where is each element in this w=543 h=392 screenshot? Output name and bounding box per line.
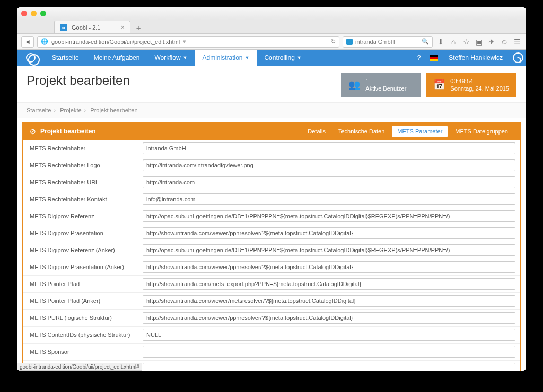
brand-icon[interactable] bbox=[510, 50, 526, 66]
field-input[interactable] bbox=[143, 159, 515, 171]
edit-panel: ⊘ Projekt bearbeiten Details Technische … bbox=[22, 122, 521, 371]
close-tab-icon[interactable]: × bbox=[120, 23, 125, 31]
field-input[interactable] bbox=[143, 363, 515, 371]
panel-header: ⊘ Projekt bearbeiten Details Technische … bbox=[23, 122, 520, 140]
flag-de-icon bbox=[430, 55, 438, 61]
crumb-startseite[interactable]: Startseite bbox=[27, 107, 51, 113]
form-row: METS Pointer Pfad (Anker) bbox=[23, 293, 520, 310]
status-bar: goobi-intranda-edition/Goobi/uii/project… bbox=[17, 363, 142, 371]
field-label: METS Rechteinhaber Kontakt bbox=[23, 193, 143, 206]
field-input[interactable] bbox=[143, 312, 515, 324]
info-datetime: 📅 00:49:54Sonntag, 24. Mai 2015 bbox=[426, 73, 516, 97]
form-row: METS Rechteinhaber Logo bbox=[23, 157, 520, 174]
form-row: METS Digiprov Präsentation (Anker) bbox=[23, 259, 520, 276]
field-input[interactable] bbox=[143, 346, 515, 358]
close-window-icon[interactable] bbox=[21, 11, 27, 16]
browser-window: ∞ Goobi - 2.1 × + ◄ 🌐 goobi-intranda-edi… bbox=[17, 7, 526, 371]
field-input[interactable] bbox=[143, 142, 515, 154]
form-fields: METS RechteinhaberMETS Rechteinhaber Log… bbox=[23, 140, 520, 371]
nav-meine-aufgaben[interactable]: Meine Aufgaben bbox=[86, 50, 147, 66]
field-label: METS Digiprov Präsentation (Anker) bbox=[23, 261, 143, 273]
help-button[interactable]: ? bbox=[411, 50, 426, 66]
user-menu[interactable]: Steffen Hankiewicz bbox=[441, 50, 510, 66]
tab-mets-dateigruppen[interactable]: METS Dateigruppen bbox=[450, 126, 513, 137]
field-input[interactable] bbox=[143, 244, 515, 256]
field-label: METS Digiprov Referenz (Anker) bbox=[23, 244, 143, 256]
field-input[interactable] bbox=[143, 193, 515, 205]
crumb-current: Projekt bearbeiten bbox=[90, 107, 137, 113]
url-bar[interactable]: 🌐 goobi-intranda-edition/Goobi/uii/proje… bbox=[37, 36, 339, 48]
form-row: METS Pointer Pfad bbox=[23, 276, 520, 293]
smile-icon[interactable]: ☺ bbox=[500, 38, 509, 46]
field-label: METS Sponsor bbox=[23, 345, 143, 358]
globe-icon: 🌐 bbox=[41, 38, 48, 45]
minimize-window-icon[interactable] bbox=[31, 11, 37, 16]
field-input[interactable] bbox=[143, 176, 515, 188]
panel-title: Projekt bearbeiten bbox=[40, 128, 96, 135]
nav-controlling[interactable]: Controlling▼ bbox=[257, 50, 309, 66]
nav-workflow[interactable]: Workflow▼ bbox=[147, 50, 195, 66]
form-row: METS PURL (logische Struktur) bbox=[23, 310, 520, 327]
chevron-down-icon: ▼ bbox=[183, 55, 188, 60]
field-label: METS Rechteinhaber Logo bbox=[23, 159, 143, 172]
field-label: METS Pointer Pfad bbox=[23, 278, 143, 290]
reload-icon[interactable]: ↻ bbox=[331, 38, 336, 45]
field-label: METS Digiprov Präsentation bbox=[23, 227, 143, 239]
search-placeholder: intranda GmbH bbox=[355, 39, 395, 45]
search-engine-icon bbox=[346, 39, 353, 45]
field-input[interactable] bbox=[143, 329, 515, 341]
dropdown-icon[interactable]: ▾ bbox=[183, 38, 186, 45]
field-input[interactable] bbox=[143, 295, 515, 307]
calendar-icon: 📅 bbox=[433, 79, 445, 91]
field-label: METS Pointer Pfad (Anker) bbox=[23, 295, 143, 307]
back-button[interactable]: ◄ bbox=[21, 36, 34, 48]
new-tab-button[interactable]: + bbox=[133, 22, 144, 33]
page-content: Startseite Meine Aufgaben Workflow▼ Admi… bbox=[17, 50, 526, 371]
app-logo-icon[interactable] bbox=[17, 50, 45, 66]
field-label: METS Rechteinhaber URL bbox=[23, 176, 143, 189]
field-input[interactable] bbox=[143, 278, 515, 290]
form-row: METS Rechteinhaber bbox=[23, 140, 520, 157]
form-row: METS Digiprov Referenz bbox=[23, 208, 520, 225]
browser-tab[interactable]: ∞ Goobi - 2.1 × bbox=[54, 21, 130, 33]
menu-icon[interactable]: ☰ bbox=[512, 38, 522, 46]
field-input[interactable] bbox=[143, 261, 515, 273]
chevron-down-icon: ▼ bbox=[297, 55, 302, 60]
tab-mets-parameter[interactable]: METS Parameter bbox=[392, 126, 448, 137]
tab-bar: ∞ Goobi - 2.1 × + bbox=[17, 20, 526, 34]
nav-startseite[interactable]: Startseite bbox=[45, 50, 86, 66]
clipboard-icon[interactable]: ▣ bbox=[474, 38, 484, 46]
maximize-window-icon[interactable] bbox=[40, 11, 46, 16]
titlebar bbox=[17, 7, 526, 20]
search-icon[interactable]: 🔍 bbox=[422, 38, 429, 45]
field-input[interactable] bbox=[143, 210, 515, 222]
chevron-down-icon: ▼ bbox=[245, 55, 250, 60]
crumb-projekte[interactable]: Projekte bbox=[60, 107, 81, 113]
search-bar[interactable]: intranda GmbH 🔍 bbox=[343, 36, 433, 48]
check-circle-icon: ⊘ bbox=[30, 127, 36, 136]
url-text: goobi-intranda-edition/Goobi/uii/project… bbox=[51, 39, 180, 45]
form-row: METS Rechteinhaber URL bbox=[23, 174, 520, 191]
nav-administration[interactable]: Administration▼ bbox=[195, 50, 257, 66]
send-icon[interactable]: ✈ bbox=[487, 38, 496, 46]
info-active-users[interactable]: 👥 1Aktive Benutzer bbox=[341, 73, 421, 97]
field-label: METS Rechteinhaber bbox=[23, 142, 143, 155]
tab-title: Goobi - 2.1 bbox=[72, 24, 100, 31]
breadcrumb: Startseite› Projekte› Projekt bearbeiten bbox=[17, 102, 526, 118]
form-row: METS Sponsor bbox=[23, 344, 520, 361]
favicon-icon: ∞ bbox=[60, 24, 67, 31]
form-row: METS Rechteinhaber Kontakt bbox=[23, 191, 520, 208]
page-header: Projekt bearbeiten 👥 1Aktive Benutzer 📅 … bbox=[17, 66, 526, 102]
form-row: METS Digiprov Präsentation bbox=[23, 225, 520, 242]
tab-technische-daten[interactable]: Technische Daten bbox=[333, 126, 390, 137]
tab-details[interactable]: Details bbox=[302, 126, 331, 137]
bookmark-icon[interactable]: ☆ bbox=[461, 38, 471, 46]
form-row: METS ContentIDs (physische Struktur) bbox=[23, 327, 520, 344]
home-icon[interactable]: ⌂ bbox=[449, 38, 458, 46]
form-row: METS Digiprov Referenz (Anker) bbox=[23, 242, 520, 259]
field-input[interactable] bbox=[143, 227, 515, 239]
field-label: METS Digiprov Referenz bbox=[23, 210, 143, 222]
language-de[interactable] bbox=[426, 50, 441, 66]
download-icon[interactable]: ⬇ bbox=[436, 38, 445, 46]
field-label: METS PURL (logische Struktur) bbox=[23, 311, 143, 324]
